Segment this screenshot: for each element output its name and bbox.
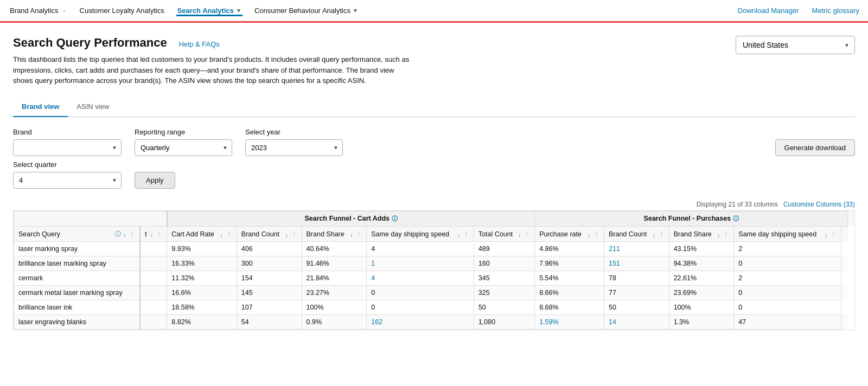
- view-tabs: Brand view ASIN view: [13, 97, 855, 117]
- ca-brand-share-menu-icon[interactable]: ⋮: [356, 231, 362, 238]
- col-t: t ↓ ⋮: [140, 226, 167, 241]
- cell-ca-brand-count: 154: [237, 271, 302, 285]
- ca-brand-share-sort-icon[interactable]: ↓: [350, 232, 353, 238]
- cell-p-brand-count[interactable]: 14: [604, 314, 669, 329]
- cell-p-brand-share: 23.69%: [669, 285, 734, 300]
- cell-p-brand-count: 78: [604, 271, 669, 285]
- apply-button[interactable]: Apply: [135, 172, 175, 189]
- main-content: Search Query Performance Help & FAQs Thi…: [0, 23, 868, 330]
- ca-same-day-menu-icon[interactable]: ⋮: [463, 231, 469, 238]
- cart-add-rate-sort-icon[interactable]: ↓: [220, 232, 223, 238]
- country-selector[interactable]: United States Canada United Kingdom: [736, 36, 855, 54]
- year-select[interactable]: 2021 2022 2023: [245, 139, 343, 156]
- cell-t: [140, 300, 167, 314]
- cell-ca-same-day[interactable]: 162: [367, 314, 474, 329]
- nav-brand-analytics[interactable]: Brand Analytics →: [9, 7, 68, 15]
- cell-query: brilliance laser marking spray: [14, 256, 141, 271]
- p-brand-count-sort-icon[interactable]: ↓: [653, 232, 655, 238]
- search-query-info-icon[interactable]: ⓘ: [115, 230, 121, 238]
- cell-p-brand-share: 43.15%: [669, 241, 734, 256]
- cell-cart-add-rate: 16.33%: [167, 256, 237, 271]
- country-dropdown[interactable]: United States Canada United Kingdom: [736, 36, 855, 54]
- cell-ca-brand-share: 23.27%: [302, 285, 367, 300]
- cell-ca-same-day[interactable]: 4: [367, 271, 474, 285]
- download-manager-link[interactable]: Download Manager: [738, 7, 799, 15]
- cell-ca-same-day: 4: [367, 241, 474, 256]
- page-description: This dashboard lists the top queries tha…: [13, 54, 414, 86]
- nav-customer-loyalty[interactable]: Customer Loyalty Analytics: [79, 7, 165, 15]
- year-label: Select year: [245, 128, 343, 136]
- ca-brand-count-menu-icon[interactable]: ⋮: [291, 231, 297, 238]
- quarter-select[interactable]: 1 2 3 4: [13, 172, 122, 189]
- reporting-range-select[interactable]: Weekly Monthly Quarterly Yearly: [135, 139, 232, 156]
- cell-ca-brand-count: 145: [237, 285, 302, 300]
- title-block: Search Query Performance Help & FAQs Thi…: [13, 36, 414, 86]
- scrollbar-col: [841, 226, 848, 241]
- cell-purchase-rate[interactable]: 1.59%: [535, 314, 604, 329]
- purchase-rate-menu-icon[interactable]: ⋮: [593, 231, 599, 238]
- cell-ca-brand-share: 91.46%: [302, 256, 367, 271]
- cell-purchase-rate: 4.86%: [535, 241, 604, 256]
- data-table-wrapper: Search Funnel - Cart Adds ⓘ Search Funne…: [13, 210, 855, 330]
- cell-p-same-day: 47: [734, 314, 841, 329]
- cell-query: cermark metal laser marking spray: [14, 285, 141, 300]
- table-row: brilliance laser marking spray16.33%3009…: [14, 256, 854, 271]
- cell-ca-same-day: 0: [367, 285, 474, 300]
- cell-query: laser engraving blanks: [14, 314, 141, 329]
- cell-p-brand-share: 22.61%: [669, 271, 734, 285]
- col-p-brand-count: Brand Count ↓ ⋮: [604, 226, 669, 241]
- scrollbar-placeholder: [848, 211, 854, 226]
- cell-p-brand-count[interactable]: 151: [604, 256, 669, 271]
- help-faqs-link[interactable]: Help & FAQs: [179, 40, 220, 48]
- col-cart-add-rate: Cart Add Rate ↓ ⋮: [167, 226, 237, 241]
- p-brand-share-sort-icon[interactable]: ↓: [717, 232, 720, 238]
- search-query-menu-icon[interactable]: ⋮: [129, 231, 135, 238]
- purchase-rate-sort-icon[interactable]: ↓: [588, 232, 590, 238]
- t-sort-icon[interactable]: ↓: [150, 232, 153, 238]
- cell-cart-add-rate: 18.58%: [167, 300, 237, 314]
- t-menu-icon[interactable]: ⋮: [156, 231, 162, 238]
- customise-columns-link[interactable]: Customise Columns (33): [783, 201, 855, 208]
- metric-glossary-link[interactable]: Metric glossary: [812, 7, 859, 15]
- cell-total-count: 160: [474, 256, 534, 271]
- spacer-cell: [841, 271, 848, 285]
- cell-total-count: 325: [474, 285, 534, 300]
- cell-ca-brand-count: 107: [237, 300, 302, 314]
- p-same-day-menu-icon[interactable]: ⋮: [831, 231, 837, 238]
- cell-p-brand-count: 77: [604, 285, 669, 300]
- filters-row: Brand Reporting range Weekly Monthly Qua…: [13, 117, 855, 165]
- cell-ca-brand-count: 54: [237, 314, 302, 329]
- tab-brand-view[interactable]: Brand view: [13, 97, 68, 117]
- p-same-day-sort-icon[interactable]: ↓: [825, 232, 827, 238]
- p-brand-count-menu-icon[interactable]: ⋮: [659, 231, 665, 238]
- nav-arrow-icon: →: [61, 8, 67, 14]
- ca-same-day-sort-icon[interactable]: ↓: [457, 232, 460, 238]
- cell-cart-add-rate: 11.32%: [167, 271, 237, 285]
- cell-p-brand-share: 94.38%: [669, 256, 734, 271]
- tab-asin-view[interactable]: ASIN view: [68, 97, 118, 117]
- generate-download-button[interactable]: Generate download: [775, 139, 855, 156]
- brand-select[interactable]: [13, 139, 122, 156]
- p-brand-share-menu-icon[interactable]: ⋮: [723, 231, 729, 238]
- nav-consumer-behaviour[interactable]: Consumer Behaviour Analytics ▼: [253, 7, 359, 15]
- nav-search-analytics[interactable]: Search Analytics ▼: [176, 7, 242, 16]
- cell-purchase-rate: 7.96%: [535, 256, 604, 271]
- table-row: brilliance laser ink18.58%107100%0508.68…: [14, 300, 854, 314]
- cell-p-brand-count[interactable]: 211: [604, 241, 669, 256]
- search-query-sort-icon[interactable]: ↓: [123, 232, 126, 238]
- cart-add-rate-menu-icon[interactable]: ⋮: [226, 231, 232, 238]
- cell-ca-brand-share: 40.64%: [302, 241, 367, 256]
- purchases-info-icon[interactable]: ⓘ: [733, 215, 739, 222]
- brand-select-wrapper: [13, 139, 122, 156]
- ca-brand-count-sort-icon[interactable]: ↓: [285, 232, 288, 238]
- total-count-sort-icon[interactable]: ↓: [518, 232, 521, 238]
- column-count-text: Displaying 21 of 33 columns: [697, 201, 778, 208]
- cell-p-same-day: 0: [734, 256, 841, 271]
- cell-ca-brand-share: 100%: [302, 300, 367, 314]
- cart-adds-info-icon[interactable]: ⓘ: [392, 215, 398, 222]
- cell-cart-add-rate: 16.6%: [167, 285, 237, 300]
- cell-ca-same-day[interactable]: 1: [367, 256, 474, 271]
- group-header-empty: [14, 211, 167, 226]
- total-count-menu-icon[interactable]: ⋮: [524, 231, 530, 238]
- reporting-range-filter: Reporting range Weekly Monthly Quarterly…: [135, 128, 232, 156]
